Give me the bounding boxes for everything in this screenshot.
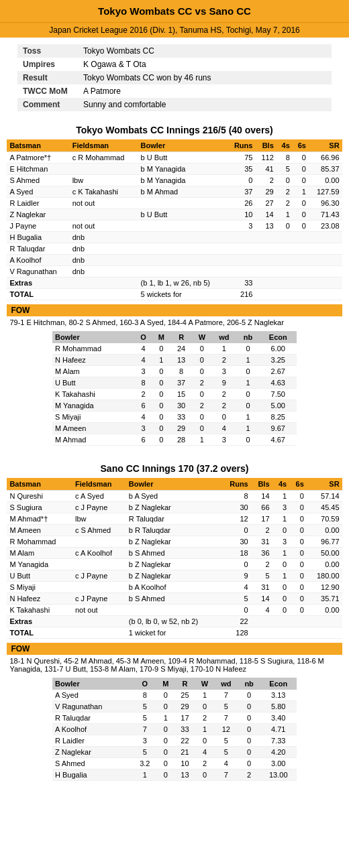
table-row: H Bugalia101307213.00 (52, 769, 297, 781)
table-cell: 0 (236, 366, 259, 377)
table-cell (309, 255, 342, 266)
table-cell: 8 (133, 690, 157, 701)
table-cell: 5 (133, 712, 157, 724)
table-cell: V Ragunathan (7, 266, 69, 277)
table-cell: 1 (236, 412, 259, 423)
table-cell: 0 (289, 582, 307, 593)
table-cell: H Bugalia (52, 769, 133, 781)
table-cell: 2 (192, 400, 211, 412)
table-cell (72, 559, 126, 570)
table-cell: 2 (192, 377, 211, 389)
table-cell: 4 (251, 605, 272, 616)
mom-label: TWCC MoM (17, 84, 78, 98)
umpires-label: Umpires (17, 58, 78, 71)
table-cell: 12.90 (307, 582, 342, 593)
table-row: R Laidlernot out26272096.30 (7, 198, 342, 209)
table-cell: 0 (157, 701, 174, 712)
table-cell: 0 (289, 593, 307, 605)
table-cell: 0 (289, 548, 307, 559)
table-cell (138, 255, 228, 266)
table-cell: 0 (152, 423, 170, 434)
table-row: K Takahashinot out04000.00 (7, 605, 342, 616)
table-cell (289, 627, 307, 639)
table-cell (309, 243, 342, 255)
table-cell: U Butt (7, 570, 72, 582)
table-cell: 1 (236, 355, 259, 366)
table-cell: 5 (221, 593, 251, 605)
table-cell (272, 616, 290, 627)
table-cell (251, 616, 272, 627)
table-cell: 7 (214, 712, 238, 724)
table-cell: M Yanagida (52, 400, 134, 412)
table-cell: 3.2 (133, 758, 157, 769)
table-cell: 5 (133, 701, 157, 712)
table-cell: 112 (255, 152, 276, 164)
table-cell: 0 (192, 389, 211, 400)
table-cell: 3 (134, 366, 152, 377)
bowl-col-w: W (192, 331, 211, 343)
table-cell: 2 (238, 769, 260, 781)
col-runs: Runs (227, 139, 255, 152)
table-cell: 0 (272, 605, 290, 616)
table-cell: 0 (157, 735, 174, 747)
table-cell: R Laidler (7, 198, 69, 209)
table-cell: 7.33 (260, 735, 297, 747)
table-cell: 0 (272, 593, 290, 605)
table-cell: 3 (227, 221, 255, 232)
table-cell: 1 (272, 491, 290, 502)
innings1-header: Tokyo Wombats CC Innings 216/5 (40 overs… (0, 118, 349, 139)
table-cell (309, 232, 342, 243)
table-cell: 0 (192, 355, 211, 366)
table-cell: 5 wickets for (138, 289, 228, 300)
table-cell: not out (72, 605, 126, 616)
table-cell: 0 (195, 735, 214, 747)
table-cell: 30 (170, 400, 192, 412)
table-cell: 9 (211, 377, 236, 389)
table-cell: 0 (238, 712, 260, 724)
table-cell: 0 (289, 513, 307, 525)
match-info-table: Toss Tokyo Wombats CC Umpires K Ogawa & … (17, 44, 332, 111)
comment-value: Sunny and comfortable (78, 98, 332, 111)
table-cell: 0 (289, 502, 307, 513)
table-cell: 0 (236, 434, 259, 446)
table-cell: R Taluqdar (7, 243, 69, 255)
table-cell: 1 (293, 186, 309, 198)
table-cell: 0 (293, 175, 309, 186)
table-row: H Bugaliadnb (7, 232, 342, 243)
table-cell: b S Ahmed (126, 593, 221, 605)
table-cell (293, 243, 309, 255)
table-cell: c R Mohammad (70, 152, 138, 164)
table-cell (138, 221, 228, 232)
table-cell: M Ahmad*† (7, 513, 72, 525)
table-cell (70, 289, 138, 300)
bowl2-col-nb: nb (238, 678, 260, 690)
table-cell: Extras (7, 277, 69, 289)
table-cell (72, 582, 126, 593)
table-cell: 1 (195, 724, 214, 735)
table-cell: 1 (272, 570, 290, 582)
innings2-batting-table: Batsman Fieldsman Bowler Runs Bls 4s 6s … (7, 478, 342, 639)
table-row: J Paynenot out3130023.08 (7, 221, 342, 232)
table-cell: 0 (152, 377, 170, 389)
col-fieldsman: Fieldsman (70, 139, 138, 152)
table-cell: 0.00 (307, 605, 342, 616)
col2-bowler: Bowler (126, 478, 221, 491)
col-bowler: Bowler (138, 139, 228, 152)
table-cell: 12 (214, 724, 238, 735)
table-cell: 1 (236, 423, 259, 434)
table-cell (255, 277, 276, 289)
table-cell: 0 (293, 209, 309, 221)
table-cell: 27 (255, 198, 276, 209)
table-cell: 0 (157, 747, 174, 758)
bowl-col-r: R (170, 331, 192, 343)
table-cell: 0 (277, 175, 293, 186)
table-cell: 0 (238, 690, 260, 701)
match-title: Tokyo Wombats CC vs Sano CC (0, 0, 349, 22)
table-cell: 1 (211, 343, 236, 355)
table-cell: 31 (251, 536, 272, 548)
table-row: A Patmore*†c R Mohammadb U Butt751128066… (7, 152, 342, 164)
table-cell: c A Syed (72, 491, 126, 502)
result-value: Tokyo Wombats CC won by 46 runs (78, 71, 332, 84)
table-cell: 2 (211, 400, 236, 412)
table-cell: M Ameen (52, 423, 134, 434)
